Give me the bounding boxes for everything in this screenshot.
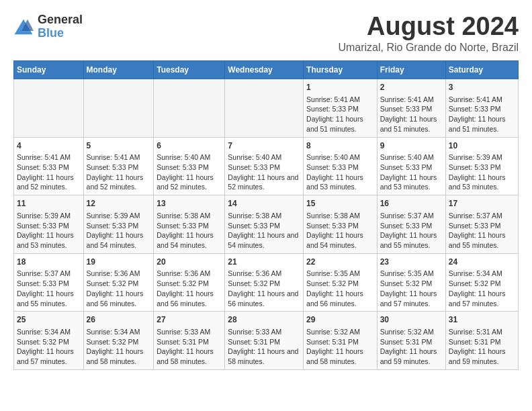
daylight-text: Daylight: 11 hours and 57 minutes.	[449, 289, 506, 308]
header-cell-friday: Friday	[377, 61, 445, 79]
daylight-text: Daylight: 11 hours and 58 minutes.	[228, 347, 298, 365]
day-cell: 24Sunrise: 5:34 AMSunset: 5:32 PMDayligh…	[445, 253, 518, 312]
sunrise-text: Sunrise: 5:33 AM	[228, 328, 281, 336]
day-number: 31	[449, 314, 515, 326]
daylight-text: Daylight: 11 hours and 51 minutes.	[380, 115, 437, 133]
day-number: 10	[449, 140, 515, 152]
week-row-5: 25Sunrise: 5:34 AMSunset: 5:32 PMDayligh…	[14, 312, 519, 370]
day-number: 19	[87, 257, 151, 268]
daylight-text: Daylight: 11 hours and 56 minutes.	[306, 289, 363, 308]
day-cell: 16Sunrise: 5:37 AMSunset: 5:33 PMDayligh…	[377, 195, 445, 254]
day-number: 5	[87, 140, 151, 152]
sunset-text: Sunset: 5:31 PM	[449, 338, 501, 346]
day-cell: 21Sunrise: 5:36 AMSunset: 5:32 PMDayligh…	[225, 253, 304, 312]
day-cell: 18Sunrise: 5:37 AMSunset: 5:33 PMDayligh…	[14, 253, 84, 312]
daylight-text: Daylight: 11 hours and 58 minutes.	[157, 347, 214, 365]
sunrise-text: Sunrise: 5:34 AM	[449, 269, 502, 277]
daylight-text: Daylight: 11 hours and 56 minutes.	[87, 289, 144, 308]
day-number: 1	[306, 82, 374, 93]
daylight-text: Daylight: 11 hours and 54 minutes.	[87, 231, 144, 249]
daylight-text: Daylight: 11 hours and 54 minutes.	[228, 231, 298, 249]
calendar-table: SundayMondayTuesdayWednesdayThursdayFrid…	[13, 60, 519, 370]
daylight-text: Daylight: 11 hours and 56 minutes.	[228, 289, 298, 308]
day-cell: 13Sunrise: 5:38 AMSunset: 5:33 PMDayligh…	[154, 195, 225, 254]
day-number: 16	[380, 198, 443, 210]
week-row-2: 4Sunrise: 5:41 AMSunset: 5:33 PMDaylight…	[14, 137, 519, 195]
sunrise-text: Sunrise: 5:32 AM	[306, 328, 360, 336]
daylight-text: Daylight: 11 hours and 55 minutes.	[380, 231, 437, 249]
logo-icon	[13, 17, 34, 37]
sunrise-text: Sunrise: 5:32 AM	[380, 328, 434, 336]
header-cell-saturday: Saturday	[445, 61, 518, 79]
sunset-text: Sunset: 5:33 PM	[17, 163, 69, 171]
sunset-text: Sunset: 5:33 PM	[17, 279, 69, 287]
day-cell: 10Sunrise: 5:39 AMSunset: 5:33 PMDayligh…	[445, 137, 518, 195]
daylight-text: Daylight: 11 hours and 52 minutes.	[87, 173, 144, 191]
sunrise-text: Sunrise: 5:31 AM	[449, 328, 502, 336]
day-cell: 17Sunrise: 5:37 AMSunset: 5:33 PMDayligh…	[445, 195, 518, 254]
day-cell: 5Sunrise: 5:41 AMSunset: 5:33 PMDaylight…	[83, 137, 154, 195]
day-cell: 20Sunrise: 5:36 AMSunset: 5:32 PMDayligh…	[154, 253, 225, 312]
sunrise-text: Sunrise: 5:39 AM	[449, 153, 502, 161]
week-row-1: 1Sunrise: 5:41 AMSunset: 5:33 PMDaylight…	[14, 79, 519, 138]
daylight-text: Daylight: 11 hours and 58 minutes.	[306, 347, 363, 365]
sunset-text: Sunset: 5:33 PM	[306, 222, 359, 230]
sunrise-text: Sunrise: 5:40 AM	[306, 153, 360, 161]
day-number: 15	[306, 198, 374, 210]
sunrise-text: Sunrise: 5:38 AM	[306, 212, 360, 220]
sunrise-text: Sunrise: 5:37 AM	[449, 212, 502, 220]
day-cell: 19Sunrise: 5:36 AMSunset: 5:32 PMDayligh…	[83, 253, 154, 312]
sunrise-text: Sunrise: 5:36 AM	[157, 269, 210, 277]
daylight-text: Daylight: 11 hours and 57 minutes.	[17, 347, 74, 365]
day-number: 4	[17, 140, 81, 152]
sunrise-text: Sunrise: 5:37 AM	[380, 212, 434, 220]
sunrise-text: Sunrise: 5:41 AM	[87, 153, 140, 161]
day-cell: 31Sunrise: 5:31 AMSunset: 5:31 PMDayligh…	[445, 312, 518, 370]
daylight-text: Daylight: 11 hours and 52 minutes.	[17, 173, 74, 191]
calendar-body: 1Sunrise: 5:41 AMSunset: 5:33 PMDaylight…	[14, 79, 519, 370]
day-cell	[14, 79, 84, 138]
day-cell: 27Sunrise: 5:33 AMSunset: 5:31 PMDayligh…	[154, 312, 225, 370]
day-cell: 4Sunrise: 5:41 AMSunset: 5:33 PMDaylight…	[14, 137, 84, 195]
day-number: 3	[449, 82, 515, 93]
sunset-text: Sunset: 5:33 PM	[380, 163, 433, 171]
day-cell	[83, 79, 154, 138]
daylight-text: Daylight: 11 hours and 55 minutes.	[17, 289, 74, 308]
sunset-text: Sunset: 5:31 PM	[380, 338, 433, 346]
sunset-text: Sunset: 5:33 PM	[380, 105, 433, 113]
logo-general: General	[38, 13, 83, 27]
daylight-text: Daylight: 11 hours and 59 minutes.	[449, 347, 506, 365]
page-header: General Blue August 2024 Umarizal, Rio G…	[13, 13, 519, 54]
title-block: August 2024 Umarizal, Rio Grande do Nort…	[338, 13, 519, 54]
day-number: 11	[17, 198, 81, 210]
daylight-text: Daylight: 11 hours and 55 minutes.	[449, 231, 506, 249]
sunset-text: Sunset: 5:33 PM	[87, 222, 139, 230]
day-number: 24	[449, 257, 515, 268]
day-cell: 8Sunrise: 5:40 AMSunset: 5:33 PMDaylight…	[304, 137, 378, 195]
daylight-text: Daylight: 11 hours and 51 minutes.	[306, 115, 363, 133]
header-cell-tuesday: Tuesday	[154, 61, 225, 79]
daylight-text: Daylight: 11 hours and 59 minutes.	[380, 347, 437, 365]
sunset-text: Sunset: 5:32 PM	[17, 338, 69, 346]
daylight-text: Daylight: 11 hours and 56 minutes.	[157, 289, 214, 308]
sunrise-text: Sunrise: 5:41 AM	[380, 95, 434, 103]
sunset-text: Sunset: 5:33 PM	[449, 105, 501, 113]
day-number: 25	[17, 314, 81, 326]
sunset-text: Sunset: 5:32 PM	[87, 279, 139, 287]
header-row: SundayMondayTuesdayWednesdayThursdayFrid…	[14, 61, 519, 79]
day-cell: 7Sunrise: 5:40 AMSunset: 5:33 PMDaylight…	[225, 137, 304, 195]
sunrise-text: Sunrise: 5:36 AM	[87, 269, 140, 277]
day-number: 22	[306, 257, 374, 268]
day-number: 28	[228, 314, 300, 326]
day-number: 30	[380, 314, 443, 326]
header-cell-wednesday: Wednesday	[225, 61, 304, 79]
calendar-header: SundayMondayTuesdayWednesdayThursdayFrid…	[14, 61, 519, 79]
day-number: 13	[157, 198, 222, 210]
daylight-text: Daylight: 11 hours and 51 minutes.	[449, 115, 506, 133]
sunrise-text: Sunrise: 5:33 AM	[157, 328, 210, 336]
day-number: 20	[157, 257, 222, 268]
sunset-text: Sunset: 5:33 PM	[449, 163, 501, 171]
sunset-text: Sunset: 5:32 PM	[306, 279, 359, 287]
day-cell: 11Sunrise: 5:39 AMSunset: 5:33 PMDayligh…	[14, 195, 84, 254]
day-number: 12	[87, 198, 151, 210]
